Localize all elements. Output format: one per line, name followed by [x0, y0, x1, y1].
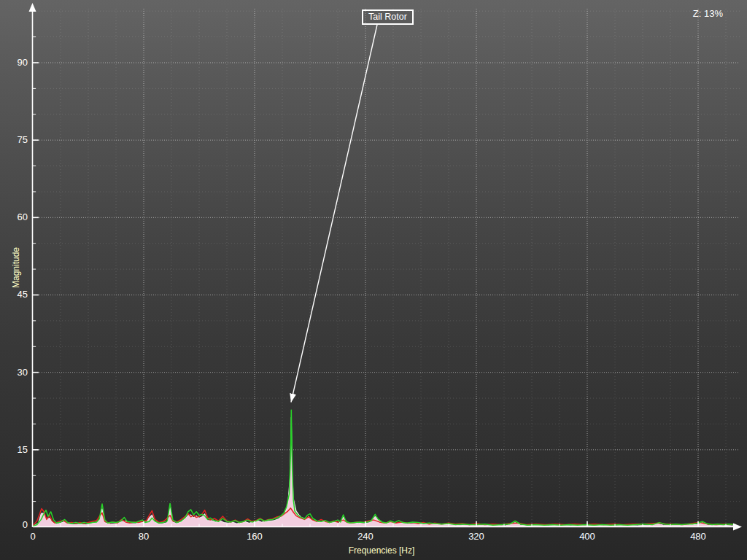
x-tick-label: 0 [11, 532, 55, 542]
x-axis-title: Frequencies [Hz] [309, 545, 454, 556]
x-tick-label: 240 [344, 532, 387, 542]
series-spectrum-fill [33, 417, 735, 527]
x-tick-label: 480 [676, 532, 720, 542]
plot-area[interactable] [0, 0, 747, 560]
y-tick-label: 75 [0, 135, 28, 145]
series-spectrum-green [33, 410, 735, 526]
spectrum-chart[interactable]: 0153045607590080160240320400480 Magnitud… [0, 0, 747, 560]
gridlines [33, 9, 740, 527]
y-axis-title: Magnitude [11, 235, 21, 300]
annotation-arrow [291, 25, 377, 402]
x-tick-label: 160 [233, 532, 276, 542]
series-layer [33, 410, 735, 527]
y-tick-label: 90 [0, 58, 28, 68]
y-tick-label: 15 [0, 445, 28, 455]
zoom-level-indicator: Z: 13% [693, 9, 723, 19]
x-tick-label: 80 [122, 532, 166, 542]
y-tick-label: 0 [0, 520, 28, 530]
x-tick-label: 400 [565, 532, 609, 542]
y-tick-label: 60 [0, 212, 28, 222]
tail-rotor-annotation-label[interactable]: Tail Rotor [362, 9, 414, 25]
x-tick-label: 320 [454, 532, 498, 542]
series-spectrum-fill-outline [33, 417, 735, 526]
y-tick-label: 30 [0, 368, 28, 378]
axes [29, 3, 743, 531]
